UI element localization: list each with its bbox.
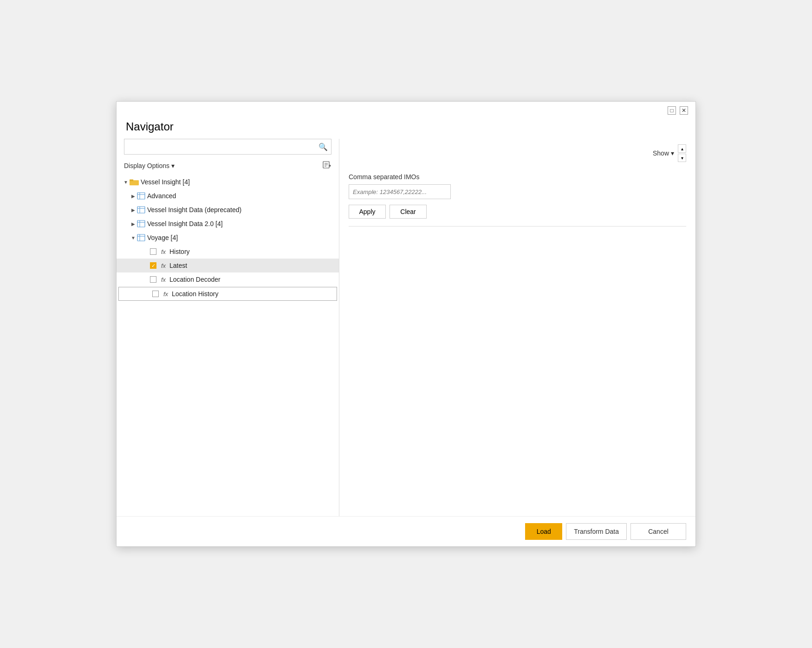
scroll-up-button[interactable]: ▴: [678, 144, 686, 153]
main-content: 🔍 Display Options ▾: [117, 139, 695, 516]
svg-rect-12: [137, 220, 145, 227]
tree-item-history[interactable]: ▶ fx History: [117, 245, 339, 259]
navigator-window: □ ✕ Navigator 🔍 Display Options ▾: [116, 101, 696, 547]
display-options-button[interactable]: Display Options ▾: [124, 162, 175, 169]
folder-icon: [130, 178, 139, 186]
advanced-label: Advanced: [147, 192, 176, 200]
svg-rect-9: [137, 207, 145, 213]
vid20-label: Vessel Insight Data 2.0 [4]: [147, 220, 223, 227]
cancel-button[interactable]: Cancel: [630, 523, 686, 540]
display-options-arrow-icon: ▾: [171, 162, 175, 169]
checkbox-location-decoder[interactable]: [150, 276, 156, 283]
toolbar-row: Display Options ▾: [117, 158, 339, 175]
table-icon-vid-deprecated: [137, 206, 145, 214]
show-chevron-icon: ▾: [671, 149, 674, 157]
expander-voyage: ▼: [130, 234, 137, 241]
vessel-insight-label: Vessel Insight [4]: [141, 178, 190, 186]
close-button[interactable]: ✕: [680, 106, 688, 115]
tree-item-vessel-insight-data-20[interactable]: ▶ Vessel Insight Data 2.0 [4]: [117, 217, 339, 231]
clear-button[interactable]: Clear: [390, 205, 427, 219]
vid-deprecated-label: Vessel Insight Data (deprecated): [147, 206, 241, 214]
checkbox-history[interactable]: [150, 248, 156, 255]
svg-rect-5: [130, 180, 133, 181]
table-icon-voyage: [137, 234, 145, 241]
tree-export-button[interactable]: [322, 160, 331, 171]
tree-item-advanced[interactable]: ▶ Advanced: [117, 189, 339, 203]
latest-label: Latest: [169, 262, 187, 269]
tree-item-latest[interactable]: ▶ ✓ fx Latest: [117, 259, 339, 272]
transform-data-button[interactable]: Transform Data: [566, 523, 627, 540]
content-divider: [349, 226, 686, 227]
left-panel: 🔍 Display Options ▾: [117, 139, 339, 516]
minimize-button[interactable]: □: [668, 106, 676, 115]
tree-item-location-decoder[interactable]: ▶ fx Location Decoder: [117, 272, 339, 286]
tree-item-voyage[interactable]: ▼ Voyage [4]: [117, 231, 339, 245]
tree-item-vessel-insight-data-deprecated[interactable]: ▶ Vessel Insight Data (deprecated): [117, 203, 339, 217]
table-icon-advanced: [137, 192, 145, 200]
fx-icon-history: fx: [159, 248, 168, 255]
right-content: Comma separated IMOs Apply Clear: [339, 166, 695, 516]
search-input[interactable]: [124, 143, 315, 150]
checkbox-location-history[interactable]: [152, 291, 159, 297]
location-history-label: Location History: [172, 290, 218, 298]
window-title: Navigator: [117, 115, 695, 139]
right-panel: Show ▾ ▴ ▾ Comma separated IMOs Apply Cl…: [339, 139, 695, 516]
imo-buttons: Apply Clear: [349, 205, 686, 219]
svg-rect-15: [137, 234, 145, 241]
show-button[interactable]: Show ▾: [653, 149, 674, 157]
tree-container: ▼ Vessel Insight [4] ▶: [117, 175, 339, 511]
tree-item-location-history[interactable]: ▶ fx Location History: [118, 287, 337, 301]
title-bar-controls: □ ✕: [668, 106, 688, 115]
expander-vid-deprecated: ▶: [130, 206, 137, 214]
right-top-bar: Show ▾ ▴ ▾: [339, 139, 695, 166]
search-button[interactable]: 🔍: [315, 139, 331, 154]
title-bar: □ ✕: [117, 102, 695, 115]
footer: Load Transform Data Cancel: [117, 516, 695, 546]
imo-input[interactable]: [349, 184, 451, 199]
location-decoder-label: Location Decoder: [169, 276, 221, 283]
fx-icon-location-decoder: fx: [159, 276, 168, 283]
export-icon: [322, 160, 331, 169]
display-options-label: Display Options: [124, 162, 169, 169]
scroll-down-button[interactable]: ▾: [678, 154, 686, 162]
imo-section-label: Comma separated IMOs: [349, 173, 686, 181]
expander-advanced: ▶: [130, 192, 137, 200]
checkbox-latest[interactable]: ✓: [150, 262, 156, 269]
search-icon: 🔍: [318, 143, 328, 151]
search-bar: 🔍: [124, 139, 331, 155]
tree-item-vessel-insight[interactable]: ▼ Vessel Insight [4]: [117, 175, 339, 189]
show-label: Show: [653, 149, 669, 157]
expander-vid20: ▶: [130, 220, 137, 227]
svg-rect-6: [137, 193, 145, 199]
expander-vessel-insight: ▼: [122, 178, 130, 186]
voyage-label: Voyage [4]: [147, 234, 178, 241]
history-label: History: [169, 248, 190, 255]
table-icon-vid20: [137, 220, 145, 227]
right-scroll-buttons: ▴ ▾: [678, 144, 686, 162]
load-button[interactable]: Load: [525, 523, 562, 540]
apply-button[interactable]: Apply: [349, 205, 386, 219]
fx-icon-latest: fx: [159, 262, 168, 269]
fx-icon-location-history: fx: [162, 291, 170, 298]
